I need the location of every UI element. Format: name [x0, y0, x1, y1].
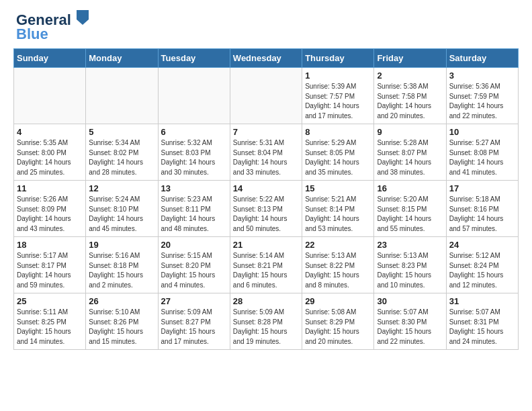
day-number: 3 — [449, 71, 515, 81]
calendar-cell: 2Sunrise: 5:38 AM Sunset: 7:58 PM Daylig… — [374, 68, 446, 124]
day-detail: Sunrise: 5:07 AM Sunset: 8:30 PM Dayligh… — [377, 308, 443, 347]
day-detail: Sunrise: 5:16 AM Sunset: 8:18 PM Dayligh… — [89, 251, 154, 290]
day-number: 22 — [305, 240, 371, 250]
day-header-saturday: Saturday — [446, 49, 518, 68]
day-number: 23 — [377, 240, 443, 250]
day-detail: Sunrise: 5:07 AM Sunset: 8:31 PM Dayligh… — [449, 308, 515, 347]
calendar-cell — [158, 68, 230, 124]
day-detail: Sunrise: 5:09 AM Sunset: 8:27 PM Dayligh… — [161, 308, 227, 347]
day-number: 26 — [89, 296, 154, 306]
calendar-cell: 30Sunrise: 5:07 AM Sunset: 8:30 PM Dayli… — [374, 293, 446, 350]
calendar-cell — [230, 68, 302, 124]
day-detail: Sunrise: 5:09 AM Sunset: 8:28 PM Dayligh… — [233, 308, 299, 347]
svg-marker-0 — [77, 10, 89, 25]
calendar-cell: 13Sunrise: 5:23 AM Sunset: 8:11 PM Dayli… — [158, 181, 230, 237]
day-number: 6 — [161, 127, 227, 137]
day-detail: Sunrise: 5:11 AM Sunset: 8:25 PM Dayligh… — [17, 308, 83, 347]
day-detail: Sunrise: 5:08 AM Sunset: 8:29 PM Dayligh… — [305, 308, 371, 347]
day-number: 30 — [377, 296, 443, 306]
day-header-friday: Friday — [374, 49, 446, 68]
calendar-cell: 11Sunrise: 5:26 AM Sunset: 8:09 PM Dayli… — [14, 181, 86, 237]
day-number: 27 — [161, 296, 227, 306]
day-detail: Sunrise: 5:23 AM Sunset: 8:11 PM Dayligh… — [161, 195, 227, 234]
calendar-cell: 22Sunrise: 5:13 AM Sunset: 8:22 PM Dayli… — [302, 237, 374, 293]
calendar-cell: 4Sunrise: 5:35 AM Sunset: 8:00 PM Daylig… — [14, 124, 86, 181]
day-detail: Sunrise: 5:20 AM Sunset: 8:15 PM Dayligh… — [377, 195, 443, 234]
day-number: 31 — [449, 296, 515, 306]
calendar-cell — [86, 68, 158, 124]
day-detail: Sunrise: 5:29 AM Sunset: 8:05 PM Dayligh… — [305, 138, 371, 177]
day-number: 10 — [449, 127, 515, 137]
day-number: 12 — [89, 183, 154, 193]
day-number: 5 — [89, 127, 154, 137]
day-detail: Sunrise: 5:14 AM Sunset: 8:21 PM Dayligh… — [233, 251, 299, 290]
day-detail: Sunrise: 5:10 AM Sunset: 8:26 PM Dayligh… — [89, 308, 154, 347]
calendar-cell: 9Sunrise: 5:28 AM Sunset: 8:07 PM Daylig… — [374, 124, 446, 181]
day-number: 25 — [17, 296, 83, 306]
day-number: 24 — [449, 240, 515, 250]
day-number: 9 — [377, 127, 443, 137]
day-header-monday: Monday — [86, 49, 158, 68]
calendar-cell: 12Sunrise: 5:24 AM Sunset: 8:10 PM Dayli… — [86, 181, 158, 237]
day-detail: Sunrise: 5:32 AM Sunset: 8:03 PM Dayligh… — [161, 138, 227, 177]
day-number: 18 — [17, 240, 83, 250]
calendar-cell: 5Sunrise: 5:34 AM Sunset: 8:02 PM Daylig… — [86, 124, 158, 181]
calendar-cell: 10Sunrise: 5:27 AM Sunset: 8:08 PM Dayli… — [446, 124, 518, 181]
day-header-tuesday: Tuesday — [158, 49, 230, 68]
calendar-week-5: 25Sunrise: 5:11 AM Sunset: 8:25 PM Dayli… — [14, 293, 519, 350]
day-number: 4 — [17, 127, 83, 137]
calendar-week-4: 18Sunrise: 5:17 AM Sunset: 8:17 PM Dayli… — [14, 237, 519, 293]
day-detail: Sunrise: 5:13 AM Sunset: 8:22 PM Dayligh… — [305, 251, 371, 290]
day-number: 11 — [17, 183, 83, 193]
day-detail: Sunrise: 5:12 AM Sunset: 8:24 PM Dayligh… — [449, 251, 515, 290]
day-detail: Sunrise: 5:28 AM Sunset: 8:07 PM Dayligh… — [377, 138, 443, 177]
calendar-cell: 15Sunrise: 5:21 AM Sunset: 8:14 PM Dayli… — [302, 181, 374, 237]
calendar-cell: 27Sunrise: 5:09 AM Sunset: 8:27 PM Dayli… — [158, 293, 230, 350]
calendar-cell: 14Sunrise: 5:22 AM Sunset: 8:13 PM Dayli… — [230, 181, 302, 237]
day-number: 7 — [233, 127, 299, 137]
day-number: 17 — [449, 183, 515, 193]
calendar-cell: 21Sunrise: 5:14 AM Sunset: 8:21 PM Dayli… — [230, 237, 302, 293]
day-detail: Sunrise: 5:21 AM Sunset: 8:14 PM Dayligh… — [305, 195, 371, 234]
day-detail: Sunrise: 5:18 AM Sunset: 8:16 PM Dayligh… — [449, 195, 515, 234]
calendar-week-2: 4Sunrise: 5:35 AM Sunset: 8:00 PM Daylig… — [14, 124, 519, 181]
calendar-cell: 26Sunrise: 5:10 AM Sunset: 8:26 PM Dayli… — [86, 293, 158, 350]
day-detail: Sunrise: 5:27 AM Sunset: 8:08 PM Dayligh… — [449, 138, 515, 177]
day-detail: Sunrise: 5:26 AM Sunset: 8:09 PM Dayligh… — [17, 195, 83, 234]
day-number: 19 — [89, 240, 154, 250]
day-number: 16 — [377, 183, 443, 193]
calendar-cell: 24Sunrise: 5:12 AM Sunset: 8:24 PM Dayli… — [446, 237, 518, 293]
calendar-cell: 20Sunrise: 5:15 AM Sunset: 8:20 PM Dayli… — [158, 237, 230, 293]
calendar-cell: 25Sunrise: 5:11 AM Sunset: 8:25 PM Dayli… — [14, 293, 86, 350]
day-number: 29 — [305, 296, 371, 306]
calendar-cell: 31Sunrise: 5:07 AM Sunset: 8:31 PM Dayli… — [446, 293, 518, 350]
day-number: 8 — [305, 127, 371, 137]
calendar-cell: 3Sunrise: 5:36 AM Sunset: 7:59 PM Daylig… — [446, 68, 518, 124]
calendar-cell: 7Sunrise: 5:31 AM Sunset: 8:04 PM Daylig… — [230, 124, 302, 181]
calendar-week-3: 11Sunrise: 5:26 AM Sunset: 8:09 PM Dayli… — [14, 181, 519, 237]
calendar-header-row: SundayMondayTuesdayWednesdayThursdayFrid… — [14, 49, 519, 68]
day-detail: Sunrise: 5:35 AM Sunset: 8:00 PM Dayligh… — [17, 138, 83, 177]
day-detail: Sunrise: 5:24 AM Sunset: 8:10 PM Dayligh… — [89, 195, 154, 234]
day-detail: Sunrise: 5:34 AM Sunset: 8:02 PM Dayligh… — [89, 138, 154, 177]
calendar-cell: 28Sunrise: 5:09 AM Sunset: 8:28 PM Dayli… — [230, 293, 302, 350]
day-detail: Sunrise: 5:13 AM Sunset: 8:23 PM Dayligh… — [377, 251, 443, 290]
calendar-cell: 1Sunrise: 5:39 AM Sunset: 7:57 PM Daylig… — [302, 68, 374, 124]
calendar-cell: 8Sunrise: 5:29 AM Sunset: 8:05 PM Daylig… — [302, 124, 374, 181]
day-header-thursday: Thursday — [302, 49, 374, 68]
day-detail: Sunrise: 5:36 AM Sunset: 7:59 PM Dayligh… — [449, 82, 515, 121]
day-detail: Sunrise: 5:39 AM Sunset: 7:57 PM Dayligh… — [305, 82, 371, 121]
day-header-wednesday: Wednesday — [230, 49, 302, 68]
calendar-table: SundayMondayTuesdayWednesdayThursdayFrid… — [13, 48, 519, 350]
calendar-cell: 29Sunrise: 5:08 AM Sunset: 8:29 PM Dayli… — [302, 293, 374, 350]
day-detail: Sunrise: 5:31 AM Sunset: 8:04 PM Dayligh… — [233, 138, 299, 177]
calendar-cell: 6Sunrise: 5:32 AM Sunset: 8:03 PM Daylig… — [158, 124, 230, 181]
day-number: 20 — [161, 240, 227, 250]
day-number: 15 — [305, 183, 371, 193]
day-number: 13 — [161, 183, 227, 193]
calendar-cell: 18Sunrise: 5:17 AM Sunset: 8:17 PM Dayli… — [14, 237, 86, 293]
calendar-cell: 19Sunrise: 5:16 AM Sunset: 8:18 PM Dayli… — [86, 237, 158, 293]
day-number: 21 — [233, 240, 299, 250]
day-number: 28 — [233, 296, 299, 306]
day-detail: Sunrise: 5:38 AM Sunset: 7:58 PM Dayligh… — [377, 82, 443, 121]
